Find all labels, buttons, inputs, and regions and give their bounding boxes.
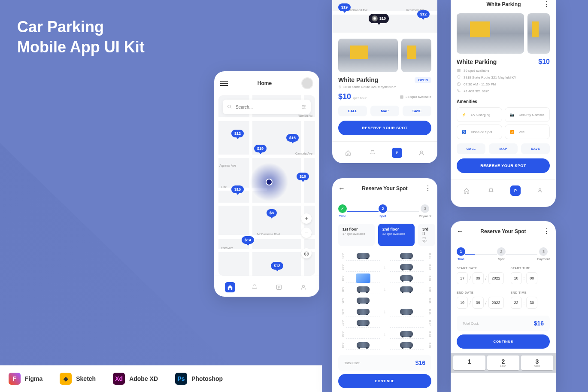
total-label: Total Cost: [344, 361, 361, 365]
nav-parking[interactable]: P [392, 148, 402, 158]
menu-icon[interactable] [220, 81, 228, 86]
zoom-out-button[interactable]: − [301, 228, 312, 238]
price-pin[interactable]: $16 [286, 134, 299, 142]
figma-icon: F [9, 373, 21, 385]
parking-spot[interactable] [346, 251, 380, 261]
floor-tab-1[interactable]: 1st floor17 spot available [338, 224, 375, 246]
filter-icon[interactable] [301, 104, 306, 109]
call-button[interactable]: CALL [338, 106, 367, 116]
parking-spot[interactable] [390, 262, 424, 272]
save-button[interactable]: SAVE [521, 143, 550, 154]
parking-spot[interactable] [346, 262, 380, 272]
save-button[interactable]: SAVE [403, 106, 431, 116]
call-button[interactable]: CALL [457, 143, 485, 154]
parking-spot[interactable] [390, 307, 424, 316]
end-min[interactable]: 30 [526, 297, 537, 309]
key-1[interactable]: 1 [453, 356, 485, 370]
more-icon[interactable]: ⋮ [543, 227, 550, 235]
parking-spot[interactable] [390, 273, 424, 283]
step-payment: 3 [539, 247, 548, 256]
end-month[interactable]: 09 [473, 297, 484, 309]
parking-spot[interactable] [346, 307, 380, 316]
parking-spot[interactable] [346, 329, 380, 339]
price-pin[interactable]: $12 [417, 10, 430, 18]
car-icon [357, 342, 370, 348]
nav-home[interactable] [225, 282, 235, 292]
open-badge: OPEN [415, 77, 431, 83]
price-pin[interactable]: $8 [267, 209, 277, 217]
parking-spot[interactable] [390, 285, 424, 294]
continue-button[interactable]: CONTINUE [457, 334, 550, 349]
map-button[interactable]: MAP [370, 106, 399, 116]
hours-row: 07:30 AM - 11:30 PM [457, 82, 550, 86]
price-pin[interactable]: $19 [338, 3, 351, 11]
start-hour[interactable]: 10 [511, 272, 522, 284]
parking-spot[interactable] [390, 340, 424, 350]
parking-image[interactable] [457, 13, 524, 54]
floor-tab-3[interactable]: 3rd fl29 spo [418, 224, 435, 246]
nav-notifications[interactable] [486, 185, 496, 196]
end-hour[interactable]: 22 [511, 297, 522, 309]
map-button[interactable]: MAP [489, 143, 518, 154]
tools-bar: F Figma ◆ Sketch Xd Adobe XD Ps Photosho… [0, 365, 322, 392]
search-input[interactable] [236, 105, 298, 109]
back-icon[interactable]: ← [338, 185, 345, 192]
parking-spot[interactable] [346, 340, 380, 350]
detail-map[interactable]: Kenwood Ave Kenwood Ave $19 $10 $12 [332, 0, 437, 33]
svg-point-11 [339, 86, 340, 87]
nav-parking[interactable]: P [510, 185, 521, 196]
price-pin[interactable]: $14 [242, 236, 254, 244]
nav-notifications[interactable] [367, 148, 378, 158]
parking-spot[interactable] [346, 273, 380, 283]
nav-home[interactable] [343, 148, 353, 158]
step-payment: 3 [421, 204, 429, 213]
price-pin[interactable]: $12 [231, 130, 244, 137]
parking-image[interactable] [338, 39, 398, 72]
price-pin[interactable]: $10 [297, 173, 309, 180]
phone-map-detail: Kenwood Ave Kenwood Ave $19 $10 $12 Whit… [332, 0, 437, 163]
nav-profile[interactable] [535, 185, 545, 196]
search-box[interactable] [223, 100, 311, 114]
bottom-nav: P [214, 276, 319, 297]
svg-point-7 [303, 108, 303, 109]
nav-profile[interactable] [416, 148, 427, 158]
reserve-button[interactable]: RESERVE YOUR SPOT [338, 121, 431, 135]
end-year[interactable]: 2022 [488, 297, 504, 309]
nav-profile[interactable] [298, 282, 309, 292]
nav-notifications[interactable] [249, 282, 260, 292]
key-3[interactable]: 3DEF [521, 356, 553, 370]
parking-spot[interactable] [346, 296, 380, 305]
svg-rect-12 [400, 95, 403, 99]
home-map[interactable]: Winton Rd Cambria Ave McCommas Blvd edes… [218, 95, 315, 276]
parking-spot[interactable] [346, 318, 380, 328]
back-icon[interactable]: ← [457, 228, 464, 235]
nav-home[interactable] [461, 185, 472, 196]
parking-spot[interactable] [390, 296, 424, 305]
parking-spot[interactable] [390, 318, 424, 328]
reserve-button[interactable]: RESERVE YOUR SPOT [457, 158, 550, 173]
continue-button[interactable]: CONTINUE [338, 374, 431, 388]
parking-image[interactable] [527, 13, 550, 54]
end-day[interactable]: 19 [457, 297, 468, 309]
locate-button[interactable]: ◎ [301, 248, 312, 258]
key-2[interactable]: 2ABC [487, 356, 519, 370]
price-pin[interactable]: $19 [254, 145, 267, 152]
start-day[interactable]: 17 [457, 272, 468, 284]
floor-tab-2[interactable]: 2nd floor32 spot available [378, 224, 415, 246]
avatar[interactable] [301, 77, 313, 89]
end-date-label: END DATE [457, 291, 504, 294]
start-month[interactable]: 09 [473, 272, 484, 284]
more-icon[interactable]: ⋮ [543, 0, 550, 8]
nav-parking[interactable]: P [274, 282, 284, 292]
parking-spot[interactable] [390, 251, 424, 261]
parking-image[interactable] [401, 39, 431, 72]
price-pin-selected[interactable]: $10 [369, 14, 389, 23]
price-pin[interactable]: $12 [271, 262, 283, 270]
start-min[interactable]: 00 [526, 272, 537, 284]
parking-spot[interactable] [346, 285, 380, 294]
price-pin[interactable]: $15 [231, 185, 244, 193]
zoom-in-button[interactable]: + [301, 213, 312, 224]
more-icon[interactable]: ⋮ [424, 184, 431, 192]
parking-spot[interactable] [390, 329, 424, 339]
start-year[interactable]: 2022 [488, 272, 504, 284]
